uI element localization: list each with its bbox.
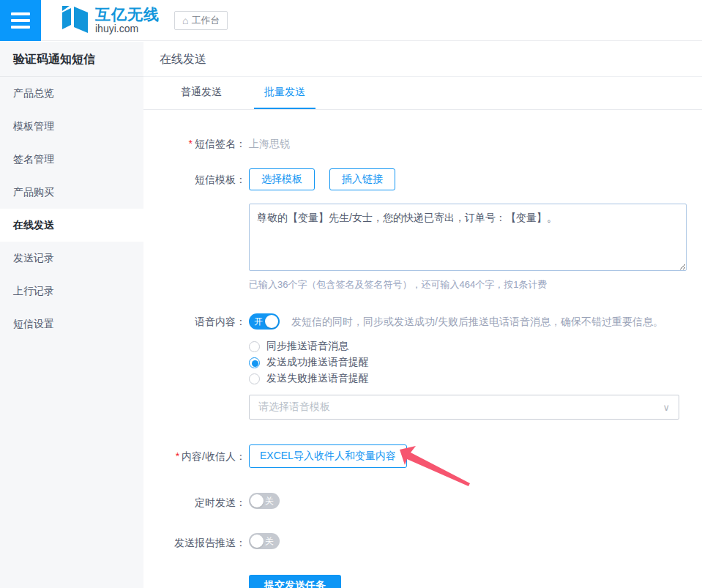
voice-label: 语音内容： [143,313,249,330]
toggle-knob [250,494,264,507]
required-mark: * [176,450,179,462]
required-mark: * [189,138,193,149]
template-label: 短信模板： [143,168,249,190]
sidebar-item-send-records[interactable]: 发送记录 [0,242,143,275]
main-content: 在线发送 普通发送 批量发送 *短信签名： 上海思锐 短信模板： 选择模板 插入… [143,42,702,588]
radio-fail-voice[interactable]: 发送失败推送语音提醒 [249,371,702,387]
workbench-label: 工作台 [191,14,220,27]
voice-toggle-state: 开 [254,316,263,328]
radio-selected-icon [249,357,260,368]
ihuyi-logo-icon [61,6,89,35]
radio-success-voice[interactable]: 发送成功推送语音提醒 [249,354,702,371]
sidebar-item-template-management[interactable]: 模板管理 [0,110,143,143]
radio-icon [249,373,260,384]
sidebar-title: 验证码通知短信 [0,42,143,77]
voice-toggle[interactable]: 开 [249,313,280,330]
schedule-toggle-state: 关 [265,495,274,507]
workbench-button[interactable]: ⌂ 工作台 [174,11,228,30]
tab-bar: 普通发送 批量发送 [143,77,702,110]
voice-select-placeholder: 请选择语音模板 [258,401,330,414]
sidebar: 验证码通知短信 产品总览 模板管理 签名管理 产品购买 在线发送 发送记录 上行… [0,42,143,588]
insert-link-button[interactable]: 插入链接 [329,168,395,190]
radio-icon [249,341,260,352]
excel-import-button[interactable]: EXCEL导入收件人和变量内容 [249,444,407,468]
sidebar-item-sms-settings[interactable]: 短信设置 [0,308,143,340]
message-content-textarea[interactable]: 尊敬的【变量】先生/女士，您的快递已寄出，订单号：【变量】。 [249,204,687,271]
recipients-label: *内容/收信人： [143,444,249,468]
submit-send-task-button[interactable]: 提交发送任务 [249,575,341,588]
logo-domain: ihuyi.com [95,23,160,34]
chevron-down-icon: ∨ [662,402,670,413]
signature-label: *短信签名： [143,136,249,151]
schedule-label: 定时发送： [143,494,249,510]
signature-value: 上海思锐 [249,138,290,149]
voice-description: 发短信的同时，同步或发送成功/失败后推送电话语音消息，确保不错过重要信息。 [291,313,663,330]
report-toggle[interactable]: 关 [249,533,280,549]
sidebar-item-online-send[interactable]: 在线发送 [0,209,143,242]
sidebar-item-product-overview[interactable]: 产品总览 [0,77,143,110]
batch-send-form: *短信签名： 上海思锐 短信模板： 选择模板 插入链接 尊敬的【变量】先生/女士… [143,110,702,588]
schedule-toggle[interactable]: 关 [249,493,280,509]
toggle-knob [265,315,278,328]
brand-logo[interactable]: 互亿无线 ihuyi.com [61,6,160,35]
sidebar-item-uplink-records[interactable]: 上行记录 [0,275,143,308]
radio-sync-voice[interactable]: 同步推送语音消息 [249,338,702,354]
top-header: 互亿无线 ihuyi.com ⌂ 工作台 [0,0,702,41]
report-toggle-state: 关 [265,535,274,548]
voice-template-select[interactable]: 请选择语音模板 ∨ [249,395,679,420]
page-title: 在线发送 [143,42,702,77]
tab-normal-send[interactable]: 普通发送 [171,77,232,109]
logo-title: 互亿无线 [95,7,160,23]
hamburger-menu-icon[interactable] [0,0,41,41]
home-icon: ⌂ [182,15,188,26]
sidebar-item-product-purchase[interactable]: 产品购买 [0,176,143,209]
report-label: 发送报告推送： [143,535,249,551]
choose-template-button[interactable]: 选择模板 [249,168,315,190]
toggle-knob [250,535,264,548]
char-count-helper: 已输入36个字（包含签名及签名符号），还可输入464个字，按1条计费 [249,278,702,291]
sidebar-item-signature-management[interactable]: 签名管理 [0,143,143,176]
tab-batch-send[interactable]: 批量发送 [254,77,315,109]
